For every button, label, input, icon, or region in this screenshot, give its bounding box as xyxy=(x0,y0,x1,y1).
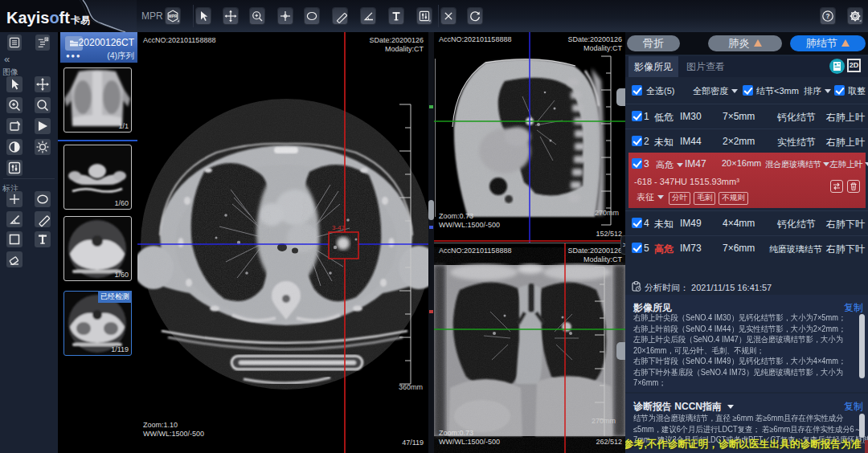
svg-text:270mm: 270mm xyxy=(592,417,616,425)
svg-text:?: ? xyxy=(825,13,829,20)
svg-text:3-47: 3-47 xyxy=(332,224,346,231)
svg-text:360mm: 360mm xyxy=(399,383,423,391)
svg-text:MPR: MPR xyxy=(169,14,178,18)
svg-text:270mm: 270mm xyxy=(595,209,619,217)
